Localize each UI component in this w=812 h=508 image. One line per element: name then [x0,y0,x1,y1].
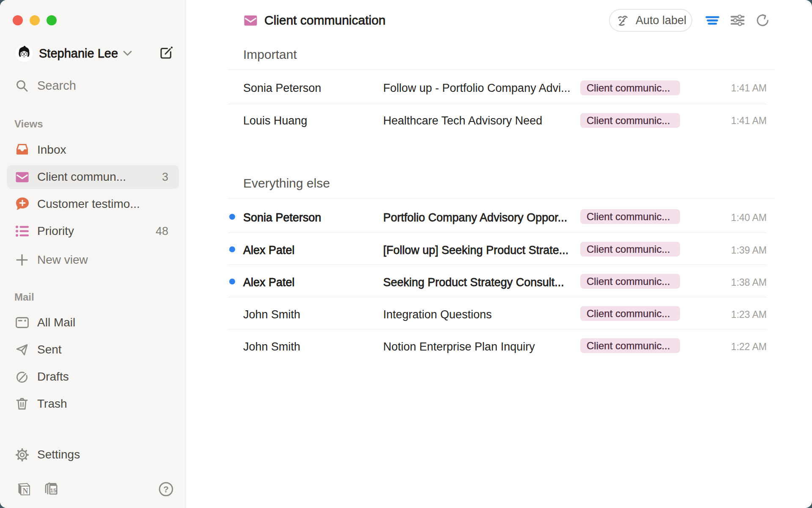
svg-text:15: 15 [50,487,57,494]
svg-text:?: ? [163,484,169,494]
svg-text:N: N [23,487,28,495]
